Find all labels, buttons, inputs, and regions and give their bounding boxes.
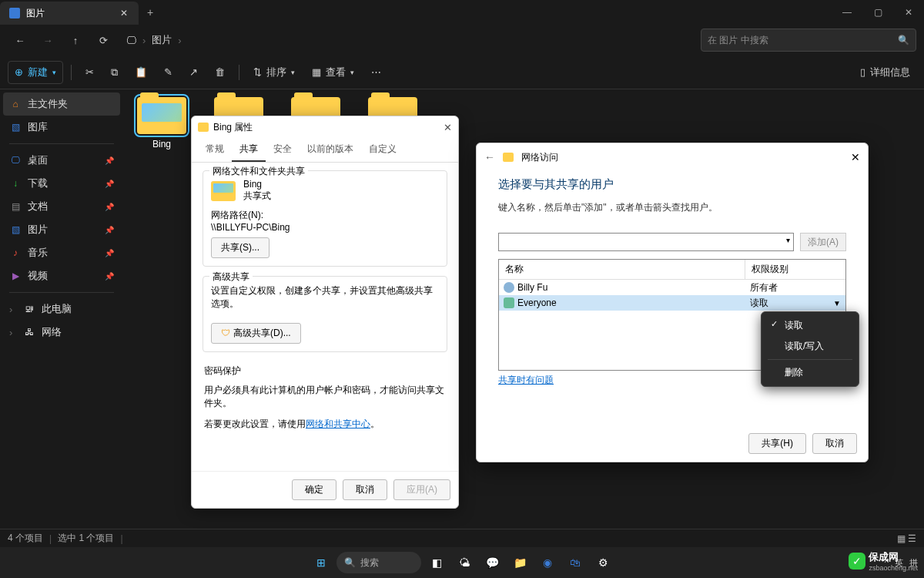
chevron-right-icon: › — [9, 304, 17, 315]
view-toggle[interactable]: ▦ ☰ — [897, 533, 916, 544]
close-icon[interactable]: ✕ — [851, 151, 860, 163]
desktop-icon: 🖵 — [9, 154, 22, 166]
advanced-share-button[interactable]: 🛡高级共享(D)... — [211, 323, 301, 344]
toolbar: ⊕ 新建 ▾ ✂ ⧉ 📋 ✎ ↗ 🗑 ⇅ 排序 ▾ ▦ 查看 ▾ ⋯ ▯ 详细信… — [0, 55, 924, 89]
folder-icon — [211, 181, 236, 201]
gallery-icon: ▧ — [9, 121, 22, 133]
tab-security[interactable]: 安全 — [266, 138, 300, 162]
pin-icon: 📌 — [105, 226, 114, 234]
password-protect-group: 密码保护 用户必须具有此计算机的用户帐户和密码，才能访问共享文件夹。 若要更改此… — [203, 361, 447, 434]
dialog-footer: 确定 取消 应用(A) — [192, 471, 458, 508]
active-tab[interactable]: 图片 ✕ — [0, 2, 139, 25]
tab-custom[interactable]: 自定义 — [361, 138, 404, 162]
cancel-button[interactable]: 取消 — [812, 433, 857, 454]
minimize-button[interactable]: — — [832, 0, 862, 25]
delete-button[interactable]: 🗑 — [209, 61, 231, 84]
search-input[interactable]: 在 图片 中搜索 🔍 — [701, 29, 916, 52]
cut-button[interactable]: ✂ — [79, 61, 100, 84]
menu-item-readwrite[interactable]: 读取/写入 — [765, 336, 855, 357]
breadcrumb[interactable]: 🖵 › 图片 › — [126, 33, 182, 47]
sidebar-item-thispc[interactable]: ›🖳此电脑 — [0, 297, 123, 321]
details-icon: ▯ — [860, 66, 865, 78]
group-title: 高级共享 — [209, 271, 253, 284]
add-button[interactable]: 添加(A) — [800, 233, 846, 251]
user-combobox[interactable]: ▾ — [498, 233, 794, 251]
chevron-down-icon: ▾ — [52, 69, 56, 76]
more-icon: ⋯ — [371, 66, 381, 78]
breadcrumb-item[interactable]: 图片 — [152, 33, 172, 47]
folder-bing[interactable]: Bing — [131, 97, 192, 150]
table-row[interactable]: Billy Fu 所有者 — [499, 280, 845, 295]
folder-label: Bing — [152, 139, 171, 150]
sidebar-item-pictures[interactable]: ▧图片📌 — [0, 218, 123, 241]
folder-icon — [198, 123, 209, 132]
new-tab-button[interactable]: + — [139, 0, 162, 25]
back-button[interactable]: ← — [8, 28, 32, 52]
sidebar-item-home[interactable]: ⌂主文件夹 — [3, 92, 120, 116]
maximize-button[interactable]: ▢ — [862, 0, 893, 25]
chevron-right-icon: › — [9, 327, 17, 338]
selected-count: 选中 1 个项目 — [58, 532, 114, 545]
ok-button[interactable]: 确定 — [292, 479, 336, 500]
rename-button[interactable]: ✎ — [158, 61, 179, 84]
chevron-down-icon[interactable]: ▼ — [833, 299, 841, 307]
app-icon[interactable]: 🌤 — [452, 550, 477, 575]
search-icon: 🔍 — [344, 557, 356, 568]
apply-button[interactable]: 应用(A) — [393, 479, 450, 500]
cancel-button[interactable]: 取消 — [343, 479, 387, 500]
user-icon — [504, 282, 514, 293]
view-icon: ▦ — [312, 66, 321, 78]
app-icon[interactable]: 💬 — [480, 550, 504, 575]
close-icon[interactable]: ✕ — [444, 122, 452, 133]
pin-icon: 📌 — [105, 180, 114, 188]
start-button[interactable]: ⊞ — [309, 550, 333, 575]
tab-previous[interactable]: 以前的版本 — [300, 138, 361, 162]
share-button[interactable]: ↗ — [183, 61, 204, 84]
sidebar-item-downloads[interactable]: ↓下载📌 — [0, 172, 123, 195]
network-center-link[interactable]: 网络和共享中心 — [306, 418, 370, 429]
pin-icon: 📌 — [105, 272, 114, 281]
close-tab-icon[interactable]: ✕ — [119, 8, 129, 18]
help-link[interactable]: 共享时有问题 — [498, 375, 554, 385]
store-icon[interactable]: 🛍 — [563, 550, 588, 575]
explorer-icon[interactable]: 📁 — [507, 550, 532, 575]
subheading: 键入名称，然后单击"添加"，或者单击箭头查找用户。 — [498, 201, 846, 214]
col-permission[interactable]: 权限级别 — [745, 260, 845, 279]
taskbar-search[interactable]: 🔍搜索 — [336, 552, 421, 573]
copy-button[interactable]: ⧉ — [105, 61, 124, 84]
chevron-down-icon: ▾ — [291, 69, 295, 76]
tab-general[interactable]: 常规 — [198, 138, 232, 162]
app-icon[interactable]: ⚙ — [591, 550, 615, 575]
heading: 选择要与其共享的用户 — [498, 177, 846, 192]
sidebar-item-videos[interactable]: ▶视频📌 — [0, 264, 123, 287]
share-button[interactable]: 共享(S)... — [211, 237, 270, 258]
share-button[interactable]: 共享(H) — [748, 433, 806, 454]
sidebar-item-gallery[interactable]: ▧图库 — [0, 116, 123, 139]
sidebar-item-desktop[interactable]: 🖵桌面📌 — [0, 149, 123, 172]
forward-button[interactable]: → — [35, 28, 60, 52]
paste-button[interactable]: 📋 — [129, 61, 153, 84]
sidebar-item-documents[interactable]: ▤文档📌 — [0, 195, 123, 218]
dialog-footer: 共享(H) 取消 — [477, 425, 868, 462]
menu-item-read[interactable]: 读取 — [765, 315, 855, 336]
taskbar: ⊞ 🔍搜索 ◧ 🌤 💬 📁 ◉ 🛍 ⚙ ^ 英 拼 — [0, 547, 924, 578]
col-name[interactable]: 名称 — [499, 260, 745, 279]
sidebar-item-network[interactable]: ›🖧网络 — [0, 321, 123, 344]
back-icon[interactable]: ← — [484, 151, 495, 163]
close-button[interactable]: ✕ — [893, 0, 924, 25]
sort-button[interactable]: ⇅ 排序 ▾ — [247, 61, 301, 84]
sidebar-item-music[interactable]: ♪音乐📌 — [0, 241, 123, 264]
task-view-button[interactable]: ◧ — [424, 550, 449, 575]
more-button[interactable]: ⋯ — [365, 61, 387, 84]
table-row[interactable]: Everyone 读取▼ — [499, 295, 845, 311]
details-button[interactable]: ▯ 详细信息 — [854, 61, 916, 84]
edge-icon[interactable]: ◉ — [535, 550, 560, 575]
view-button[interactable]: ▦ 查看 ▾ — [306, 61, 360, 84]
menu-item-remove[interactable]: 删除 — [765, 362, 855, 383]
watermark-logo: ✓ — [849, 553, 865, 570]
pin-icon: 📌 — [105, 203, 114, 211]
up-button[interactable]: ↑ — [63, 28, 88, 52]
tab-sharing[interactable]: 共享 — [232, 138, 266, 162]
new-button[interactable]: ⊕ 新建 ▾ — [8, 61, 63, 84]
refresh-button[interactable]: ⟳ — [91, 28, 116, 52]
